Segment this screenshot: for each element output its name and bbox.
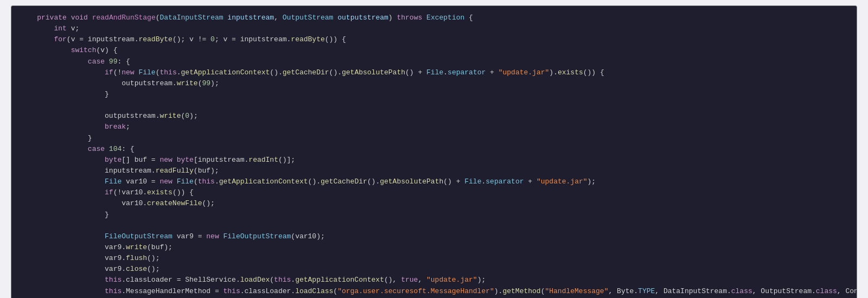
code-viewer: private void readAndRunStage(DataInputSt… (11, 5, 857, 298)
code-content: private void readAndRunStage(DataInputSt… (20, 12, 848, 298)
